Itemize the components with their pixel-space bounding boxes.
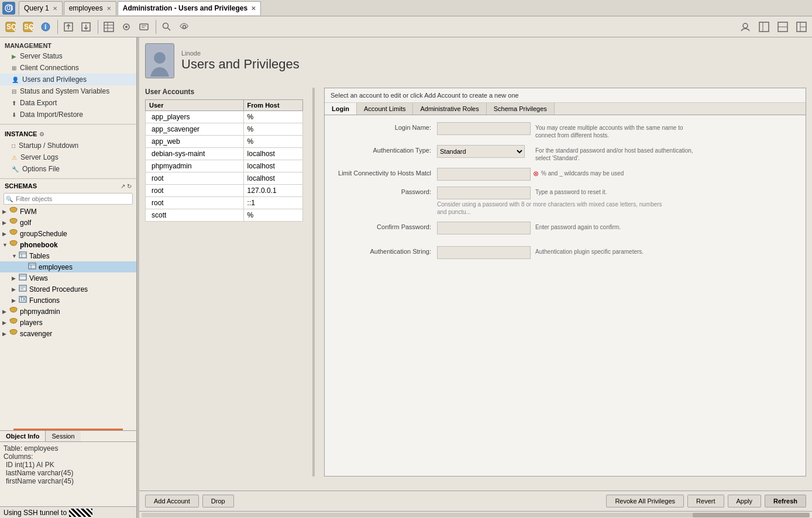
table-row[interactable]: app_web % [146, 136, 303, 148]
svg-text:fx: fx [20, 296, 26, 303]
toolbar-import-btn[interactable] [78, 19, 94, 35]
login-name-label: Login Name: [332, 122, 437, 131]
svg-point-24 [183, 25, 186, 28]
drop-button[interactable]: Drop [202, 495, 234, 507]
toolbar-search-btn[interactable] [159, 19, 175, 35]
schema-item-phpmyadmin[interactable]: ▶ phpmyadmin [0, 306, 136, 317]
tab-login[interactable]: Login [325, 103, 357, 115]
instance-icon[interactable]: ⚙ [39, 131, 44, 137]
svg-point-25 [743, 23, 748, 28]
limit-conn-input[interactable] [437, 168, 531, 181]
table-row[interactable]: debian-sys-maint localhost [146, 148, 303, 160]
schema-item-golf[interactable]: ▶ golf [0, 217, 136, 228]
sidebar-item-status-system[interactable]: ⊟ Status and System Variables [0, 85, 136, 97]
breadcrumb: Linode [181, 50, 300, 57]
schema-item-tables[interactable]: ▼ Tables [0, 250, 136, 261]
table-row[interactable]: root localhost [146, 172, 303, 185]
table-row[interactable]: root ::1 [146, 197, 303, 209]
toolbar-export-btn[interactable] [60, 19, 77, 35]
toolbar-view-btn[interactable] [118, 19, 135, 35]
sidebar-item-startup-shutdown[interactable]: □ Startup / Shutdown [0, 140, 136, 151]
table-row[interactable]: app_players % [146, 111, 303, 123]
schema-item-functions[interactable]: ▶ fx Functions [0, 295, 136, 306]
auth-string-input[interactable] [437, 246, 531, 259]
phpmyadmin-db-icon [9, 307, 18, 316]
sidebar-item-server-status[interactable]: ▶ Server Status [0, 50, 136, 62]
phonebook-db-icon [9, 240, 18, 249]
sidebar-item-data-export[interactable]: ⬆ Data Export [0, 97, 136, 109]
svg-rect-45 [19, 285, 26, 291]
add-account-button[interactable]: Add Account [145, 495, 199, 507]
sidebar-item-server-logs[interactable]: ⚠ Server Logs [0, 151, 136, 163]
user-avatar [145, 43, 174, 78]
schema-item-employees[interactable]: employees [0, 261, 136, 272]
password-input[interactable] [437, 187, 531, 199]
revert-button[interactable]: Revert [687, 495, 724, 507]
schema-item-phonebook[interactable]: ▼ phonebook [0, 239, 136, 250]
schema-item-scavenger[interactable]: ▶ scavenger [0, 328, 136, 339]
table-icon [104, 22, 114, 32]
toolbar-sql2-btn[interactable]: SQL+ [20, 19, 36, 35]
toolbar-info-btn[interactable]: i [37, 19, 54, 35]
sql2-icon: SQL+ [23, 22, 33, 32]
tab-query1[interactable]: Query 1 ✕ [19, 1, 63, 15]
toolbar-sql-btn[interactable]: SQL [2, 19, 19, 35]
search-icon [162, 22, 171, 32]
layout3-icon [796, 22, 807, 32]
column-id: ID int(11) AI PK [4, 461, 133, 469]
refresh-button[interactable]: Refresh [765, 495, 806, 507]
layout1-btn[interactable] [756, 19, 772, 35]
tab-admin-roles[interactable]: Administrative Roles [413, 103, 486, 115]
import-icon [81, 22, 91, 32]
tab-account-limits[interactable]: Account Limits [357, 103, 414, 115]
toolbar-settings-btn[interactable] [176, 19, 192, 35]
profile-btn[interactable] [737, 19, 753, 35]
close-tab-query1[interactable]: ✕ [53, 5, 57, 12]
close-tab-employees[interactable]: ✕ [106, 5, 111, 12]
tab-object-info[interactable]: Object Info [0, 431, 46, 441]
sidebar-item-data-import[interactable]: ⬇ Data Import/Restore [0, 109, 136, 120]
schema-item-players[interactable]: ▶ players [0, 317, 136, 328]
toolbar-proc-btn[interactable] [136, 19, 152, 35]
svg-rect-40 [29, 263, 36, 269]
filter-objects-input[interactable] [4, 193, 133, 205]
close-tab-admin[interactable]: ✕ [251, 5, 256, 12]
table-row[interactable]: root 127.0.0.1 [146, 185, 303, 197]
table-row[interactable]: app_scavenger % [146, 123, 303, 136]
players-db-icon [9, 318, 18, 327]
schema-item-groupschedule[interactable]: ▶ groupSchedule [0, 228, 136, 239]
tab-admin-users[interactable]: Administration - Users and Privileges ✕ [118, 1, 261, 15]
auth-type-label: Authentication Type: [332, 145, 437, 154]
proc-icon [139, 22, 149, 32]
sidebar-item-users-privileges[interactable]: 👤 Users and Privileges [0, 74, 136, 85]
apply-button[interactable]: Apply [728, 495, 762, 507]
password-label: Password: [332, 187, 437, 195]
layout2-btn[interactable] [775, 19, 791, 35]
confirm-password-input[interactable] [437, 222, 531, 234]
table-row[interactable]: scott % [146, 209, 303, 222]
schema-refresh-icon[interactable]: ↻ [127, 183, 132, 189]
schema-expand-icon[interactable]: ↗ [121, 183, 125, 189]
login-name-input[interactable] [437, 122, 531, 135]
tab-schema-privileges[interactable]: Schema Privileges [487, 103, 555, 115]
table-row[interactable]: phpmyadmin localhost [146, 160, 303, 172]
column-firstname: firstName varchar(45) [4, 477, 133, 485]
layout3-btn[interactable] [793, 19, 810, 35]
object-info-table: Table: employees [4, 444, 133, 453]
revoke-all-button[interactable]: Revoke All Privileges [606, 495, 684, 507]
limit-conn-label: Limit Connectivity to Hosts Matcl [332, 168, 437, 177]
schema-item-views[interactable]: ▶ Views [0, 272, 136, 284]
sidebar-item-client-connections[interactable]: ⊞ Client Connections [0, 62, 136, 74]
toolbar-table-btn[interactable] [101, 19, 117, 35]
auth-type-select[interactable]: Standard [437, 145, 525, 158]
sql-icon: SQL [5, 22, 16, 32]
tab-employees[interactable]: employees ✕ [64, 1, 116, 15]
schema-item-fwm[interactable]: ▶ FWM [0, 206, 136, 217]
schema-item-stored-procedures[interactable]: ▶ Stored Procedures [0, 284, 136, 295]
sidebar-item-options-file[interactable]: 🔧 Options File [0, 163, 136, 175]
gear-icon [180, 22, 189, 32]
svg-text:db: db [7, 4, 13, 12]
status-text: Using SSH tunnel to [4, 509, 67, 517]
tab-session[interactable]: Session [46, 431, 80, 441]
confirm-password-hint: Enter password again to confirm. [535, 222, 621, 231]
